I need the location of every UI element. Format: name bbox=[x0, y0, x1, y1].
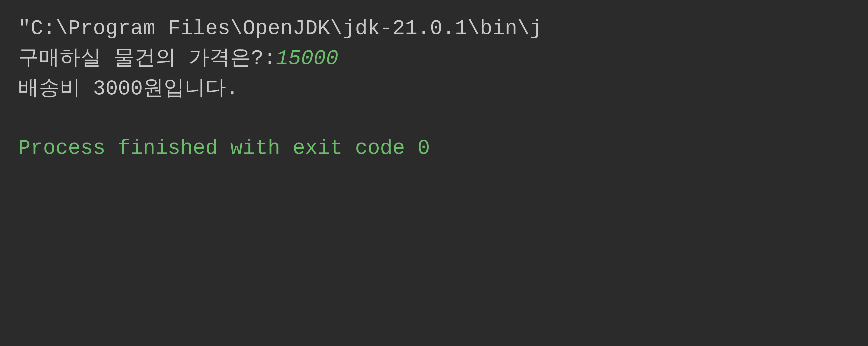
prompt-label: 구매하실 물건의 가격은?: bbox=[18, 47, 276, 70]
terminal-window: "C:\Program Files\OpenJDK\jdk-21.0.1\bin… bbox=[0, 0, 868, 346]
output-line: 배송비 3000원입니다. bbox=[18, 74, 850, 104]
process-status-line: Process finished with exit code 0 bbox=[18, 133, 850, 163]
command-line: "C:\Program Files\OpenJDK\jdk-21.0.1\bin… bbox=[18, 13, 850, 44]
blank-line bbox=[18, 104, 850, 129]
prompt-line: 구매하실 물건의 가격은?:15000 bbox=[18, 44, 850, 74]
prompt-input: 15000 bbox=[276, 47, 338, 70]
